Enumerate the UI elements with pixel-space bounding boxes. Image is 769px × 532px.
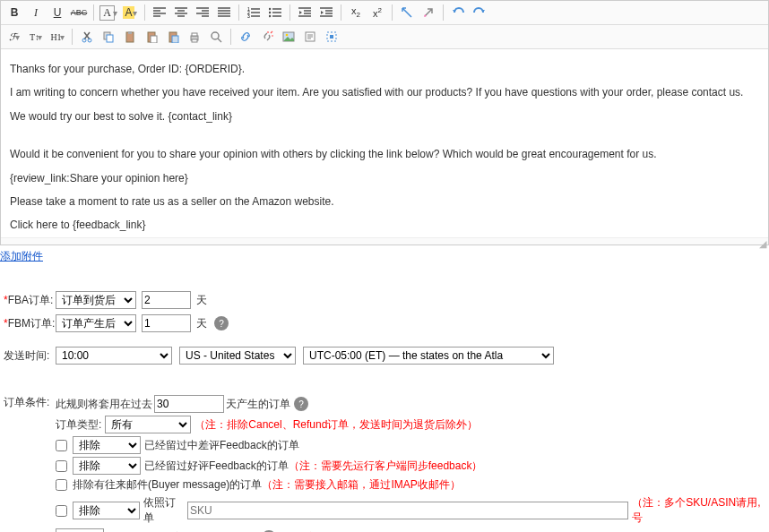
undo-button[interactable] (448, 4, 468, 21)
superscript-button[interactable]: x2 (367, 4, 387, 21)
fba-days-input[interactable] (142, 291, 191, 309)
svg-point-4 (269, 12, 271, 14)
help-icon[interactable]: ? (214, 316, 229, 330)
unordered-list-button[interactable] (265, 4, 285, 21)
buyer-msg-note: （注：需要接入邮箱，通过IMAP收邮件） (262, 477, 460, 493)
midbad-label: 已经留过中差评Feedback的订单 (144, 438, 299, 453)
fba-row: FBA订单: 订单到货后 天 (4, 291, 769, 309)
order-type-note: （注：排除Cancel、Refund订单，发送时间为退货后除外） (194, 417, 478, 433)
exclude-sku-checkbox[interactable] (56, 505, 67, 517)
font-color-button[interactable]: A▾ (99, 4, 118, 21)
svg-rect-13 (151, 36, 157, 43)
good-note: （注：需要先运行客户端同步feedback） (289, 459, 483, 474)
fbm-label: FBM订单: (4, 316, 56, 331)
unlink-button[interactable] (257, 28, 277, 46)
by-order-label: 依照订单 (143, 495, 186, 526)
conditions-section: 订单条件: 此规则将套用在过去 天产生的订单 ? 订单类型: 所有 （注：排除C… (0, 395, 769, 532)
ordered-list-button[interactable]: 123 (244, 4, 264, 21)
svg-point-5 (269, 15, 271, 18)
editor-content[interactable]: Thanks for your purchase, Order ID: {ORD… (1, 49, 768, 237)
fbm-days-input[interactable] (142, 314, 191, 332)
outdent-button[interactable] (295, 4, 315, 21)
subscript-button[interactable]: x2 (346, 4, 366, 21)
toolbar-row-1: B I U ABC A▾ A▾ 123 x2 x2 (1, 1, 768, 25)
fbm-unit: 天 (196, 316, 207, 331)
fba-select[interactable]: 订单到货后 (56, 291, 136, 309)
exclude-select-3[interactable]: 排除 (73, 502, 140, 519)
exclude-good-checkbox[interactable] (56, 460, 67, 472)
redo-button[interactable] (470, 4, 489, 21)
copy-button[interactable] (99, 28, 118, 46)
order-type-select[interactable]: 所有 (105, 416, 191, 433)
rule-prefix: 此规则将套用在过去 (56, 397, 152, 412)
clear-format-button[interactable] (419, 4, 438, 21)
send-time-label: 发送时间: (4, 348, 56, 364)
editor-line: Would it be convenient for you to share … (10, 145, 759, 163)
font-family-select[interactable]: ℱ▾ (4, 28, 24, 46)
form-section: FBA订单: 订单到货后 天 FBM订单: 订单产生后 天 ? 发送时间: 10… (0, 291, 769, 365)
align-justify-button[interactable] (214, 4, 234, 21)
exclude-buyer-msg-checkbox[interactable] (56, 479, 67, 491)
svg-rect-9 (107, 35, 113, 42)
strikethrough-button[interactable]: ABC (69, 4, 89, 21)
editor-line: We would try our best to solve it. {cont… (10, 107, 759, 125)
heading-select[interactable]: H1▾ (48, 28, 67, 46)
toolbar-row-2: ℱ▾ T↕▾ H1▾ (1, 25, 768, 49)
italic-button[interactable]: I (26, 4, 46, 21)
align-left-button[interactable] (150, 4, 169, 21)
template-button[interactable] (300, 28, 320, 46)
rich-text-editor: B I U ABC A▾ A▾ 123 x2 x2 ℱ▾ T↕▾ H1▾ (0, 0, 769, 245)
add-attachment-link[interactable]: 添加附件 (0, 250, 43, 262)
svg-rect-11 (128, 31, 132, 34)
svg-point-3 (269, 8, 271, 11)
line-height-select[interactable]: T↕▾ (26, 28, 46, 46)
send-time-row: 发送时间: 10:00 US - United States UTC-05:00… (4, 347, 769, 365)
editor-line: Thanks for your purchase, Order ID: {ORD… (10, 60, 759, 78)
paste-button[interactable] (120, 28, 140, 46)
resize-handle-icon[interactable]: ◢ (1, 237, 768, 245)
sku-note: （注：多个SKU/ASIN请用,号 (632, 495, 769, 526)
underline-button[interactable]: U (48, 4, 67, 21)
fbm-row: FBM订单: 订单产生后 天 ? (4, 314, 769, 332)
svg-rect-17 (192, 33, 197, 36)
fba-unit: 天 (196, 293, 207, 308)
editor-line: I am writing to concern whether you have… (10, 83, 759, 101)
exclude-select-1[interactable]: 排除 (73, 436, 141, 454)
paste-text-button[interactable] (142, 28, 161, 46)
conditions-label: 订单条件: (4, 395, 56, 410)
cut-button[interactable] (77, 28, 97, 46)
good-label: 已经留过好评Feedback的订单 (144, 459, 289, 474)
fbm-select[interactable]: 订单产生后 (56, 314, 136, 332)
image-button[interactable] (279, 28, 298, 46)
exclude-midbad-checkbox[interactable] (56, 440, 67, 451)
preview-button[interactable] (206, 28, 226, 46)
editor-line: Please take a moment to rate us as a sel… (10, 193, 759, 210)
order-type-label: 订单类型: (56, 417, 101, 433)
country-select[interactable]: US - United States (179, 347, 296, 365)
past-days-input[interactable] (154, 395, 224, 413)
select-all-button[interactable] (397, 4, 417, 21)
svg-rect-18 (192, 39, 197, 42)
buyer-msg-label: 排除有往来邮件(Buyer message)的订单 (73, 477, 262, 493)
svg-point-19 (212, 32, 219, 39)
editor-line: {review_link:Share your opinion here} (10, 169, 759, 187)
align-right-button[interactable] (193, 4, 212, 21)
svg-text:3: 3 (247, 13, 250, 18)
send-days-input[interactable] (56, 528, 104, 532)
fba-label: FBA订单: (4, 293, 56, 308)
sku-input[interactable] (187, 502, 628, 519)
exclude-select-2[interactable]: 排除 (73, 457, 141, 475)
svg-rect-15 (172, 36, 178, 43)
link-button[interactable] (236, 28, 255, 46)
help-icon[interactable]: ? (294, 397, 308, 411)
rule-suffix: 天产生的订单 (226, 397, 290, 412)
align-center-button[interactable] (171, 4, 191, 21)
time-select[interactable]: 10:00 (56, 347, 172, 365)
indent-button[interactable] (316, 4, 336, 21)
fullscreen-button[interactable] (322, 28, 341, 46)
bg-color-button[interactable]: A▾ (120, 4, 140, 21)
timezone-select[interactable]: UTC-05:00 (ET) — the states on the Atla (303, 347, 554, 365)
bold-button[interactable]: B (4, 4, 24, 21)
print-button[interactable] (185, 28, 204, 46)
paste-word-button[interactable] (163, 28, 183, 46)
